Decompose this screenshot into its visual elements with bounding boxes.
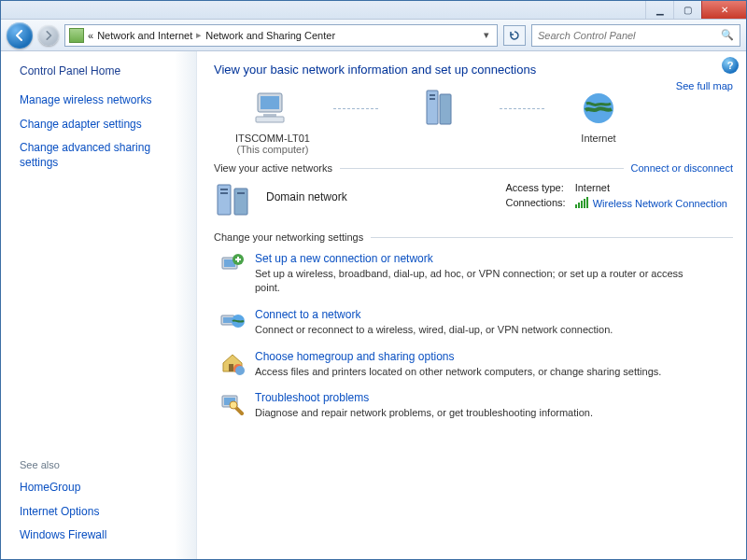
- refresh-icon: [509, 30, 520, 41]
- search-icon: 🔍: [717, 29, 734, 41]
- sidebar: Control Panel Home Manage wireless netwo…: [1, 51, 197, 559]
- svg-rect-3: [256, 117, 284, 122]
- help-button[interactable]: ?: [722, 57, 739, 74]
- svg-rect-18: [223, 317, 233, 323]
- see-full-map-link[interactable]: See full map: [676, 80, 733, 91]
- seealso-heading: See also: [20, 459, 185, 470]
- svg-rect-7: [430, 98, 435, 100]
- connections-label: Connections:: [501, 196, 569, 210]
- homegroup-icon: [219, 350, 246, 376]
- back-button[interactable]: [7, 22, 33, 49]
- svg-rect-6: [430, 94, 435, 96]
- active-networks-header: View your active networks Connect or dis…: [214, 162, 733, 174]
- setup-connection-icon: [219, 252, 246, 278]
- connection-link[interactable]: Wireless Network Connection: [593, 198, 727, 209]
- task-connect-network-desc: Connect or reconnect to a wireless, wire…: [255, 323, 613, 337]
- svg-rect-13: [237, 192, 245, 194]
- task-connect-network: Connect to a network Connect or reconnec…: [219, 308, 733, 337]
- content-area: Control Panel Home Manage wireless netwo…: [1, 51, 746, 559]
- svg-rect-1: [261, 96, 279, 109]
- network-details: Access type: Internet Connections: Wirel…: [500, 179, 733, 212]
- svg-rect-12: [220, 192, 228, 194]
- minimize-button[interactable]: ▁: [645, 1, 673, 19]
- task-troubleshoot-desc: Diagnose and repair network problems, or…: [255, 406, 593, 420]
- wifi-signal-icon: [575, 197, 588, 208]
- breadcrumb-2[interactable]: Network and Sharing Center: [205, 30, 335, 41]
- active-network-row: Domain network Access type: Internet Con…: [214, 179, 733, 220]
- task-troubleshoot-link[interactable]: Troubleshoot problems: [255, 391, 369, 404]
- task-list: Set up a new connection or network Set u…: [214, 252, 733, 420]
- svg-rect-11: [220, 189, 228, 190]
- change-settings-header: Change your networking settings: [214, 231, 733, 243]
- breadcrumb-1[interactable]: Network and Internet: [97, 30, 192, 41]
- arrow-left-icon: [14, 30, 25, 41]
- task-setup-connection-desc: Set up a wireless, broadband, dial-up, a…: [255, 267, 684, 295]
- network-device-icon: [416, 86, 461, 131]
- breadcrumb-prefix: «: [88, 30, 93, 41]
- title-bar: ▁ ▢ ✕: [1, 1, 746, 20]
- computer-icon: [250, 86, 295, 131]
- maximize-button[interactable]: ▢: [673, 1, 701, 19]
- sidebar-link-firewall[interactable]: Windows Firewall: [20, 528, 185, 543]
- network-name: Domain network: [266, 190, 416, 203]
- map-connector-icon: [333, 108, 378, 109]
- svg-point-25: [230, 401, 237, 409]
- control-panel-window: ▁ ▢ ✕ « Network and Internet ▸ Network a…: [0, 0, 747, 560]
- network-map: [221, 86, 676, 131]
- sidebar-link-adapter[interactable]: Change adapter settings: [20, 118, 185, 133]
- toolbar: « Network and Internet ▸ Network and Sha…: [1, 20, 746, 51]
- main-panel: ? View your basic network information an…: [197, 51, 746, 559]
- connect-network-icon: [219, 308, 246, 334]
- forward-button[interactable]: [38, 25, 59, 46]
- access-type-label: Access type:: [501, 181, 569, 194]
- access-type-value: Internet: [571, 181, 731, 194]
- task-setup-connection-link[interactable]: Set up a new connection or network: [255, 252, 433, 265]
- svg-rect-20: [229, 364, 233, 371]
- domain-network-icon: [214, 179, 255, 220]
- task-homegroup-desc: Access files and printers located on oth…: [255, 365, 661, 379]
- arrow-right-icon: [44, 31, 53, 40]
- task-homegroup-link[interactable]: Choose homegroup and sharing options: [255, 350, 454, 363]
- sidebar-heading: Control Panel Home: [20, 64, 185, 77]
- network-map-labels: ITSCOMM-LT01 (This computer) Internet: [221, 133, 733, 155]
- svg-point-22: [235, 366, 245, 375]
- task-setup-connection: Set up a new connection or network Set u…: [219, 252, 733, 295]
- close-button[interactable]: ✕: [701, 1, 746, 19]
- sidebar-link-inetopt[interactable]: Internet Options: [20, 505, 185, 520]
- svg-rect-5: [440, 94, 451, 124]
- internet-globe-icon: [576, 86, 621, 131]
- task-connect-network-link[interactable]: Connect to a network: [255, 308, 360, 321]
- sidebar-link-homegroup[interactable]: HomeGroup: [20, 481, 185, 496]
- task-homegroup-sharing: Choose homegroup and sharing options Acc…: [219, 350, 733, 379]
- search-box[interactable]: 🔍: [531, 24, 740, 47]
- breadcrumb-separator-icon: ▸: [196, 29, 202, 41]
- network-center-icon: [69, 28, 84, 43]
- sidebar-link-wireless[interactable]: Manage wireless networks: [20, 93, 185, 108]
- computer-name-label: ITSCOMM-LT01: [221, 133, 324, 144]
- connect-disconnect-link[interactable]: Connect or disconnect: [631, 162, 733, 174]
- task-troubleshoot: Troubleshoot problems Diagnose and repai…: [219, 391, 733, 420]
- page-title: View your basic network information and …: [214, 63, 733, 77]
- troubleshoot-icon: [219, 391, 246, 417]
- address-dropdown-button[interactable]: ▾: [480, 29, 493, 41]
- refresh-button[interactable]: [503, 25, 526, 46]
- internet-label: Internet: [554, 133, 643, 155]
- address-bar[interactable]: « Network and Internet ▸ Network and Sha…: [64, 24, 498, 47]
- computer-sub-label: (This computer): [221, 144, 324, 155]
- map-connector-icon: [500, 108, 544, 109]
- sidebar-link-advanced[interactable]: Change advanced sharing settings: [20, 141, 185, 170]
- search-input[interactable]: [538, 30, 717, 41]
